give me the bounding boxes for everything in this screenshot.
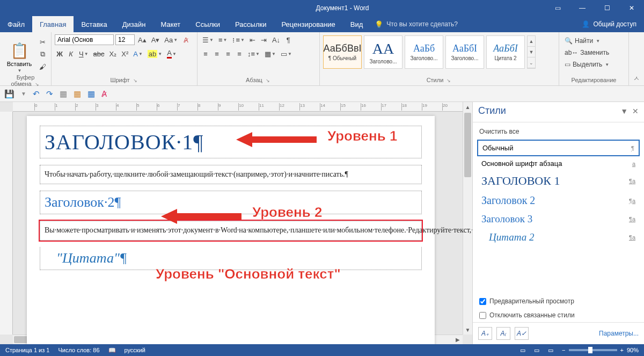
style-list-item[interactable]: ЗАГОЛОВОК 1¶a (477, 171, 640, 191)
spellcheck-icon[interactable]: 📖 (108, 347, 116, 354)
style-options-link[interactable]: Параметры... (599, 330, 639, 337)
view-web-button[interactable]: ▭ (548, 347, 553, 354)
tell-me-input[interactable]: Что вы хотите сделать? (386, 20, 458, 28)
tab-home[interactable]: Главная (32, 16, 74, 32)
tab-insert[interactable]: Вставка (74, 16, 114, 32)
view-read-button[interactable]: ▭ (520, 347, 525, 354)
align-left-button[interactable]: ≡ (201, 48, 210, 59)
text-effects-button[interactable]: A▼ (131, 48, 144, 59)
qat-btn-3[interactable]: ▦ (87, 89, 95, 99)
scroll-thumb-v[interactable] (464, 113, 471, 177)
zoom-out-button[interactable]: − (562, 347, 565, 353)
style-gallery-item[interactable]: АаБбЗаголово... (405, 35, 443, 69)
paste-button[interactable]: 📋 Вставить ▼ (3, 34, 35, 73)
tab-layout[interactable]: Макет (153, 16, 188, 32)
style-list-item[interactable]: Заголовок 3¶a (477, 210, 640, 228)
highlight-button[interactable]: ab▼ (146, 48, 164, 59)
style-gallery-item[interactable]: АаБбІЦитата 2 (486, 35, 525, 69)
new-style-button[interactable]: A₊ (478, 327, 492, 340)
show-marks-button[interactable]: ¶ (283, 34, 293, 45)
font-color-button[interactable]: A▼ (165, 48, 178, 59)
zoom-level[interactable]: 90% (627, 347, 639, 353)
style-gallery-item[interactable]: АаБбВвІ¶ Обычный (323, 35, 362, 69)
italic-button[interactable]: К (66, 48, 76, 59)
font-name-input[interactable] (55, 34, 114, 45)
pane-options-icon[interactable]: ▼ (620, 107, 628, 115)
styles-launcher[interactable]: ↘ (443, 78, 452, 83)
minimize-button[interactable]: — (570, 0, 595, 16)
style-list-item[interactable]: Цитата 2¶a (477, 228, 640, 246)
share-button[interactable]: 👤 Общий доступ (574, 16, 644, 32)
language-indicator[interactable]: русский (125, 347, 145, 353)
tab-design[interactable]: Дизайн (115, 16, 153, 32)
page-indicator[interactable]: Страница 1 из 1 (5, 347, 49, 353)
style-gallery-scroll[interactable]: ▼ (528, 47, 535, 57)
paragraph-1[interactable]: Чтобы·начать·работу,·щелкните·любой·заме… (40, 165, 422, 184)
clear-formatting-button[interactable]: A̷ (181, 34, 191, 45)
collapse-ribbon-button[interactable]: ㅅ (629, 32, 644, 85)
pane-close-icon[interactable]: ✕ (632, 107, 639, 115)
scroll-up-icon[interactable]: ▲ (463, 102, 472, 112)
line-spacing-button[interactable]: ↕≡▼ (246, 48, 261, 59)
scroll-down-icon[interactable]: ▼ (463, 325, 472, 335)
paragraph-2[interactable]: Вы·можете·просматривать·и·изменять·этот·… (40, 221, 422, 240)
qat-dropdown[interactable]: ▼ (21, 91, 26, 97)
shading-button[interactable]: ▦▼ (263, 48, 277, 59)
tab-references[interactable]: Ссылки (188, 16, 228, 32)
align-right-button[interactable]: ≡ (223, 48, 233, 59)
manage-styles-button[interactable]: A✓ (515, 327, 529, 340)
change-case-button[interactable]: Aa▼ (163, 34, 179, 45)
undo-button[interactable]: ↶ (33, 89, 40, 99)
preview-check-input[interactable] (479, 298, 486, 305)
style-list-item[interactable]: Заголовок 2¶a (477, 191, 640, 210)
disable-linked-input[interactable] (479, 312, 486, 319)
horizontal-ruler[interactable]: 01234567891011121314151617181920 (13, 102, 463, 112)
tab-view[interactable]: Вид (343, 16, 371, 32)
maximize-button[interactable]: ☐ (595, 0, 619, 16)
tab-file[interactable]: Файл (0, 16, 32, 32)
vertical-ruler[interactable] (0, 112, 13, 335)
word-count[interactable]: Число слов: 86 (58, 347, 99, 353)
increase-indent-button[interactable]: ⇥ (259, 34, 269, 45)
disable-linked-checkbox[interactable]: Отключить связанные стили (473, 308, 644, 322)
justify-button[interactable]: ≡ (235, 48, 244, 59)
clipboard-launcher[interactable]: ↘ (32, 82, 40, 87)
qat-btn-1[interactable]: ▦ (60, 89, 67, 99)
tab-review[interactable]: Рецензирование (274, 16, 342, 32)
style-list-item[interactable]: Обычный¶ (477, 140, 640, 156)
zoom-in-button[interactable]: + (620, 347, 624, 353)
find-button[interactable]: 🔍Найти▼ (562, 35, 611, 46)
close-button[interactable]: ✕ (619, 0, 644, 16)
subscript-button[interactable]: X₂ (108, 48, 119, 59)
heading-1[interactable]: ЗАГОЛОВОК·1¶ (40, 126, 422, 158)
paragraph-launcher[interactable]: ↘ (262, 78, 271, 83)
shrink-font-button[interactable]: A▾ (150, 34, 162, 45)
font-size-input[interactable] (115, 34, 135, 45)
tab-mailings[interactable]: Рассылки (228, 16, 274, 32)
scroll-right-icon[interactable]: ▶ (453, 335, 463, 344)
style-inspector-button[interactable]: A₍ (496, 327, 510, 340)
superscript-button[interactable]: X² (120, 48, 130, 59)
quote-block[interactable]: "Цитата"¶ (40, 247, 422, 270)
preview-checkbox[interactable]: Предварительный просмотр (473, 294, 644, 308)
font-launcher[interactable]: ↘ (130, 78, 138, 83)
save-button[interactable]: 💾 (4, 89, 14, 99)
redo-button[interactable]: ↷ (46, 89, 53, 99)
multilevel-button[interactable]: ⫶≡▼ (230, 34, 246, 45)
bold-button[interactable]: Ж (55, 48, 64, 59)
zoom-knob[interactable] (588, 347, 592, 353)
style-gallery-item[interactable]: АаБбІЗаголово... (445, 35, 484, 69)
document-page[interactable]: ЗАГОЛОВОК·1¶ Чтобы·начать·работу,·щелкни… (27, 116, 435, 344)
align-center-button[interactable]: ≡ (212, 48, 222, 59)
qat-btn-2[interactable]: ▦ (74, 89, 81, 99)
clear-all-button[interactable]: Очистить все (473, 122, 644, 140)
decrease-indent-button[interactable]: ⇤ (248, 34, 258, 45)
heading-2[interactable]: Заголовок·2¶ (40, 191, 422, 214)
replace-button[interactable]: ab↔Заменить (562, 47, 611, 58)
copy-button[interactable]: ⧉ (38, 49, 48, 60)
style-gallery-item[interactable]: ААЗаголово... (364, 35, 402, 69)
vertical-scrollbar[interactable]: ▲ ▼ (463, 102, 472, 335)
format-painter-button[interactable]: 🖌 (38, 61, 48, 72)
numbering-button[interactable]: ≡▼ (217, 34, 229, 45)
style-list-item[interactable]: Основной шрифт абзацаa (477, 156, 640, 171)
